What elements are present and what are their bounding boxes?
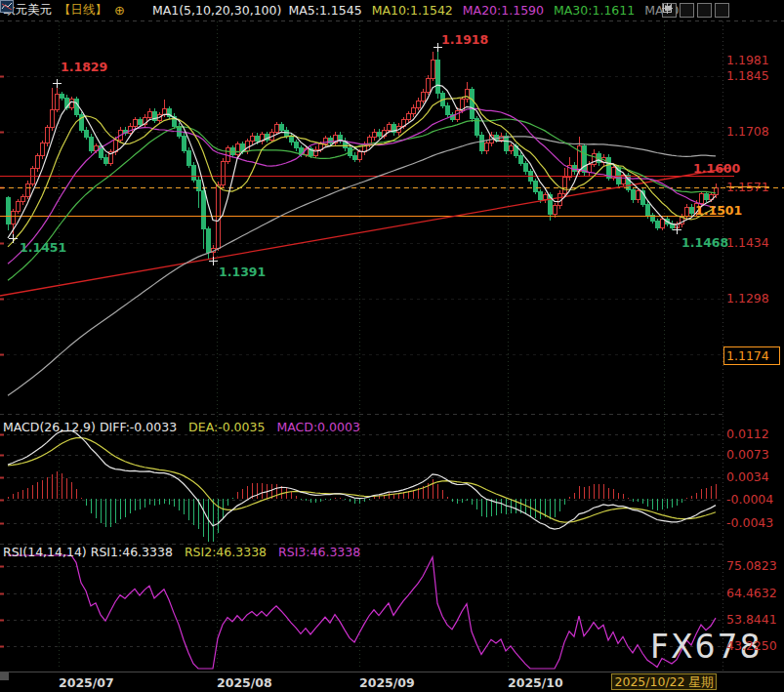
macd-formula-label: MACD(26,12,9) — [3, 420, 96, 434]
scroll-left-icon[interactable] — [680, 3, 694, 18]
chart-window: FX678 欧元美元 【日线】 ⊕ MA1(5,10,20,30,100) MA… — [0, 0, 784, 692]
chart-annotation: 1.1468 — [681, 235, 728, 250]
timeframe-label: 【日线】 — [59, 2, 107, 19]
rsi-formula-label: RSI(14,14,14) — [3, 545, 87, 559]
chart-annotation: 1.1501 — [695, 203, 742, 218]
ma-legend-item: MA5:1.1545 — [288, 3, 361, 18]
macd-diff-value: DIFF:-0.0033 — [100, 420, 177, 434]
chart-annotation: 1.1600 — [693, 161, 740, 176]
price-axis-label: 1.1298 — [726, 291, 783, 305]
time-axis-label: 2025/07 — [59, 675, 114, 690]
price-axis-label: 75.0823 — [726, 558, 783, 573]
price-axis-label: 0.0073 — [726, 447, 783, 462]
chart-annotation: 1.1451 — [20, 240, 66, 255]
price-axis-label: -0.0043 — [726, 515, 783, 530]
price-axis-label: 0.0034 — [726, 469, 783, 484]
price-axis-label: 1.1708 — [726, 124, 783, 139]
corner-resize-chip — [0, 672, 9, 680]
rsi2-value: RSI2:46.3338 — [185, 545, 267, 559]
price-axis-label: 1.1845 — [726, 68, 783, 83]
price-axis-label: -0.0004 — [726, 492, 783, 507]
time-axis-label: 2025/09 — [359, 675, 415, 690]
chart-annotation: 1.1391 — [219, 265, 266, 279]
ma-legend: MA5:1.1545MA10:1.1542MA20:1.1590MA30:1.1… — [288, 3, 688, 18]
ma-legend-item: MA10:1.1542 — [372, 3, 453, 18]
chart-annotation: 1.1918 — [441, 32, 488, 47]
rsi3-value: RSI3:46.3338 — [278, 545, 360, 559]
price-axis-label: 1.1981 — [726, 53, 783, 67]
price-axis-label: 1.1434 — [726, 235, 783, 250]
current-date-badge: 2025/10/22 星期三 — [611, 673, 717, 690]
time-axis-label: 2025/08 — [217, 675, 272, 690]
scroll-right-icon[interactable] — [697, 3, 712, 18]
ma-legend-item: MA30:1.1611 — [554, 3, 635, 18]
ma-legend-item: MA20:1.1590 — [463, 3, 544, 18]
price-axis-label: 43.2250 — [726, 638, 783, 653]
scroll-end-icon[interactable] — [715, 3, 729, 18]
macd-macd-value: MACD:0.0003 — [276, 420, 359, 434]
price-axis-label: 1.1174 — [723, 346, 780, 365]
rsi1-value: RSI1:46.3338 — [91, 545, 173, 559]
rsi-header: RSI(14,14,14) RSI1:46.3338RSI2:46.3338RS… — [3, 545, 360, 559]
time-axis-label: 2025/10 — [508, 675, 563, 690]
chart-annotation: 1.1829 — [61, 60, 107, 74]
price-axis-label: 0.0112 — [726, 427, 783, 441]
price-axis-label: 1.1571 — [726, 180, 783, 194]
ma-formula-label: MA1(5,10,20,30,100) — [152, 3, 281, 18]
chart-plot-area[interactable] — [0, 0, 784, 692]
price-axis-label: 64.4632 — [726, 586, 783, 600]
macd-header: MACD(26,12,9) DIFF:-0.0033DEA:-0.0035MAC… — [3, 420, 360, 434]
time-axis[interactable]: 2025/072025/082025/092025/10 2025/10/22 … — [0, 672, 784, 692]
toolbar-icon-group — [662, 3, 729, 18]
macd-dea-value: DEA:-0.0035 — [188, 420, 265, 434]
add-indicator-icon[interactable]: ⊕ — [114, 3, 125, 18]
price-axis-label: 53.8441 — [726, 612, 783, 627]
chart-type-icon[interactable] — [132, 4, 145, 17]
